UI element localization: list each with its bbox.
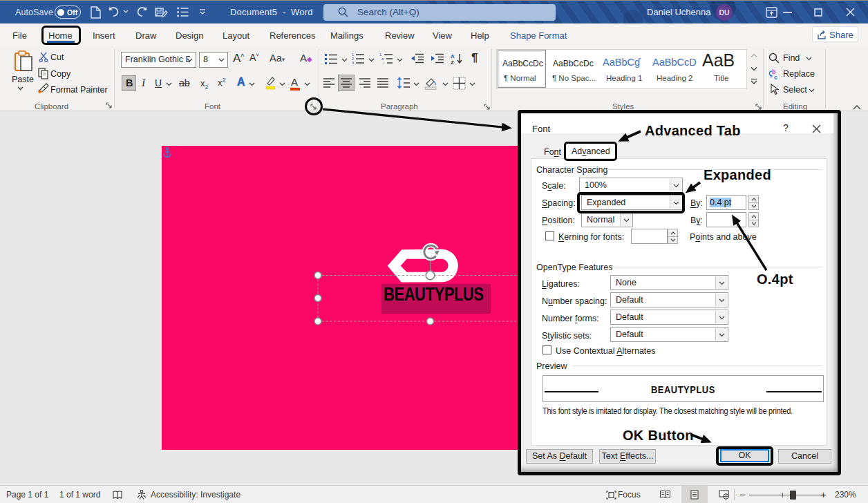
- svg-text:c: c: [774, 74, 777, 80]
- svg-text:i: i: [384, 61, 384, 64]
- svg-text:3: 3: [352, 61, 354, 64]
- svg-text:Z: Z: [451, 59, 454, 65]
- svg-text:A: A: [451, 53, 455, 59]
